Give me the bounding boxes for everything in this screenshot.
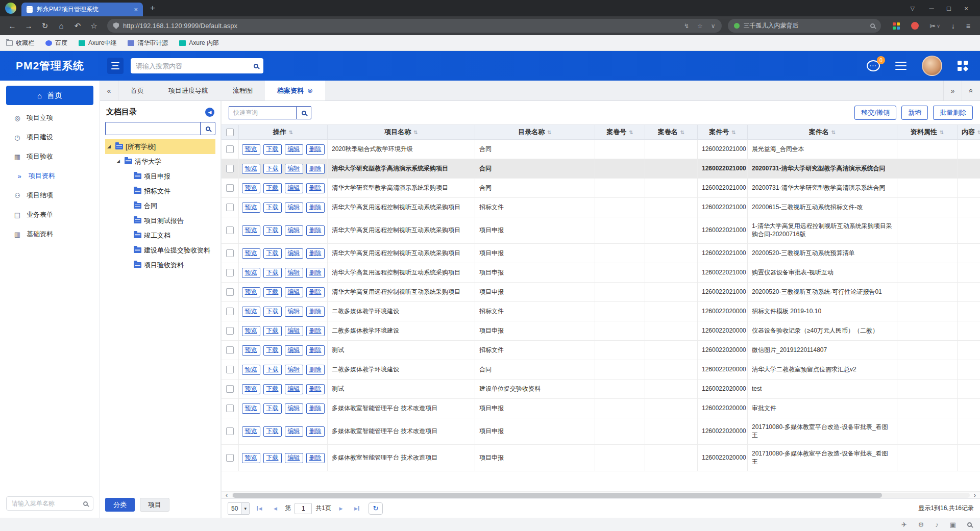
- delete-button[interactable]: 删除: [306, 384, 325, 394]
- apps-grid-icon[interactable]: [958, 61, 968, 71]
- content-tab[interactable]: 档案资料: [265, 81, 325, 100]
- sort-icon[interactable]: [289, 130, 293, 135]
- bookmark-item[interactable]: 百度: [45, 39, 67, 47]
- messages-button[interactable]: ··· 0: [867, 60, 880, 71]
- browser-search-box[interactable]: 三千孤儿入内蒙背后: [728, 19, 881, 33]
- tree-node[interactable]: 招标文件: [105, 184, 215, 198]
- sidebar-item[interactable]: ▦ 项目验收: [0, 147, 100, 166]
- delete-button[interactable]: 删除: [306, 248, 325, 259]
- edit-button[interactable]: 编辑: [285, 268, 303, 278]
- tabs-scroll-left-icon[interactable]: [100, 81, 118, 100]
- preview-button[interactable]: 预览: [242, 426, 260, 437]
- row-checkbox[interactable]: [226, 308, 234, 315]
- classify-view-button[interactable]: 分类: [105, 498, 135, 512]
- column-header[interactable]: 目录名称: [475, 125, 595, 139]
- table-row[interactable]: 预览 下载 编辑 删除 清华大学高复用远程控制视听互动系统采购项目 项目申报: [222, 244, 980, 263]
- tree-search-button[interactable]: [200, 122, 215, 135]
- dropdown-arrow-icon[interactable]: [241, 503, 249, 514]
- table-row[interactable]: 预览 下载 编辑 删除 多媒体教室智能管理平台 技术改造项目 项目申报: [222, 445, 980, 471]
- url-dropdown-icon[interactable]: [711, 22, 716, 30]
- global-search-input[interactable]: [136, 62, 250, 70]
- preview-button[interactable]: 预览: [242, 403, 260, 414]
- preview-button[interactable]: 预览: [242, 183, 260, 193]
- project-view-button[interactable]: 项目: [140, 498, 169, 512]
- delete-button[interactable]: 删除: [306, 326, 325, 336]
- site-security-icon[interactable]: [113, 22, 119, 29]
- edit-button[interactable]: 编辑: [285, 345, 303, 356]
- preview-button[interactable]: 预览: [242, 144, 260, 155]
- download-button[interactable]: 下载: [263, 225, 282, 236]
- filter-icon[interactable]: [911, 5, 915, 12]
- delete-button[interactable]: 删除: [306, 225, 325, 236]
- next-page-button[interactable]: [335, 503, 347, 514]
- content-tab[interactable]: 首页: [118, 81, 156, 100]
- column-header[interactable]: 案卷号: [595, 125, 645, 139]
- add-favorite-icon[interactable]: [697, 22, 703, 30]
- undo-close-button[interactable]: [70, 19, 85, 33]
- tab-close-icon[interactable]: [134, 6, 138, 13]
- screenshot-tool-icon[interactable]: [930, 22, 940, 30]
- row-checkbox[interactable]: [226, 327, 234, 335]
- tree-node[interactable]: [所有学校]: [105, 139, 215, 154]
- download-button[interactable]: 下载: [263, 248, 282, 259]
- row-checkbox[interactable]: [226, 288, 234, 296]
- first-page-button[interactable]: [253, 503, 265, 514]
- table-row[interactable]: 预览 下载 编辑 删除 测试 招标文件 126002202: [222, 341, 980, 360]
- expand-arrow-icon[interactable]: [116, 159, 122, 164]
- bookmark-item[interactable]: Axure 内部: [179, 39, 219, 47]
- row-checkbox[interactable]: [226, 427, 234, 435]
- table-row[interactable]: 预览 下载 编辑 删除 清华大学研究型教学高清演示系统采购项目 合同: [222, 159, 980, 179]
- prev-page-button[interactable]: [269, 503, 281, 514]
- sort-icon[interactable]: [547, 130, 551, 135]
- download-button[interactable]: 下载: [263, 326, 282, 336]
- page-number-input[interactable]: [295, 503, 312, 514]
- delete-button[interactable]: 删除: [306, 287, 325, 297]
- sort-icon[interactable]: [629, 130, 633, 135]
- download-button[interactable]: 下载: [263, 203, 282, 213]
- row-checkbox[interactable]: [226, 249, 234, 257]
- sort-icon[interactable]: [680, 130, 684, 135]
- preview-button[interactable]: 预览: [242, 453, 260, 463]
- search-icon[interactable]: [870, 23, 875, 28]
- close-button[interactable]: [958, 5, 975, 12]
- panel-collapse-button[interactable]: [205, 108, 214, 117]
- tree-node[interactable]: 清华大学: [105, 154, 215, 169]
- column-header[interactable]: 项目名称: [328, 125, 475, 139]
- horizontal-scrollbar[interactable]: [222, 491, 980, 498]
- new-tab-button[interactable]: [150, 3, 155, 13]
- row-checkbox[interactable]: [226, 385, 234, 393]
- download-button[interactable]: 下载: [263, 426, 282, 437]
- quick-search-input[interactable]: [229, 106, 296, 119]
- expand-arrow-icon[interactable]: [107, 144, 113, 149]
- preview-button[interactable]: 预览: [242, 203, 260, 213]
- row-checkbox[interactable]: [226, 346, 234, 354]
- table-row[interactable]: 预览 下载 编辑 删除 测试 建设单位提交验收资料 126: [222, 380, 980, 399]
- sound-icon[interactable]: [935, 521, 939, 528]
- delete-button[interactable]: 删除: [306, 183, 325, 193]
- table-row[interactable]: 预览 下载 编辑 删除 二教多媒体教学环境建设 项目申报: [222, 321, 980, 341]
- header-menu-icon[interactable]: [895, 62, 906, 70]
- download-button[interactable]: 下载: [263, 144, 282, 155]
- sidebar-item[interactable]: ⚇ 项目结项: [0, 186, 100, 205]
- table-row[interactable]: 预览 下载 编辑 删除 多媒体教室智能管理平台 技术改造项目 项目申报: [222, 399, 980, 418]
- sort-icon[interactable]: [731, 130, 736, 135]
- edit-button[interactable]: 编辑: [285, 384, 303, 394]
- edit-button[interactable]: 编辑: [285, 144, 303, 155]
- sidebar-item[interactable]: ▤ 业务表单: [0, 205, 100, 224]
- edit-button[interactable]: 编辑: [285, 287, 303, 297]
- delete-button[interactable]: 删除: [306, 345, 325, 356]
- last-page-button[interactable]: [351, 503, 363, 514]
- download-button[interactable]: 下载: [263, 287, 282, 297]
- table-row[interactable]: 预览 下载 编辑 删除 清华大学高复用远程控制视听互动系统采购项目 项目申报: [222, 217, 980, 244]
- table-row[interactable]: 预览 下载 编辑 删除 清华大学高复用远程控制视听互动系统采购项目 项目申报: [222, 283, 980, 302]
- sidebar-item[interactable]: ▥ 基础资料: [0, 224, 100, 244]
- content-tab[interactable]: 项目进度导航: [156, 81, 220, 100]
- preview-button[interactable]: 预览: [242, 164, 260, 174]
- row-checkbox[interactable]: [226, 226, 234, 234]
- tree-node[interactable]: 项目申报: [105, 169, 215, 184]
- sort-icon[interactable]: [940, 130, 944, 135]
- window-mode-icon[interactable]: [950, 521, 956, 528]
- delete-button[interactable]: 删除: [306, 453, 325, 463]
- edit-button[interactable]: 编辑: [285, 307, 303, 317]
- preview-button[interactable]: 预览: [242, 307, 260, 317]
